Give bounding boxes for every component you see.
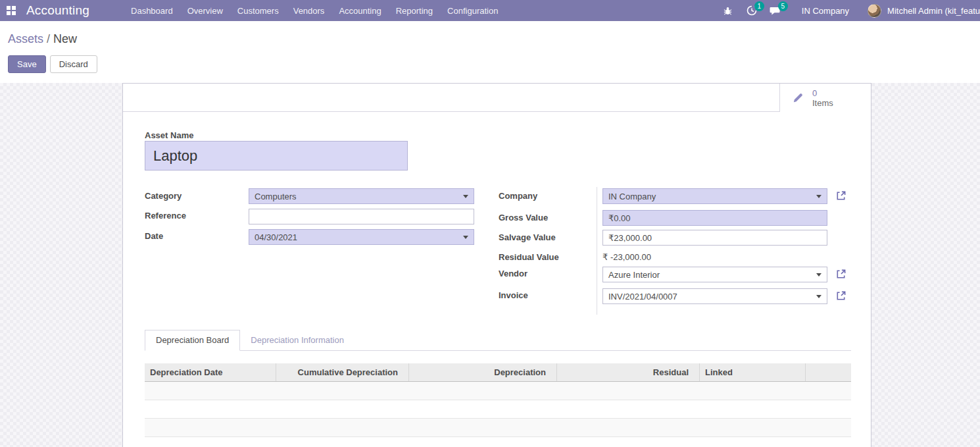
breadcrumb-separator: /: [47, 32, 50, 45]
form-view-background: 0 Items Asset Name Category Computers Re…: [0, 83, 980, 447]
menu-reporting[interactable]: Reporting: [389, 0, 440, 21]
chevron-down-icon: [816, 295, 821, 298]
chevron-down-icon: [463, 195, 468, 198]
status-band: [123, 84, 871, 112]
col-linked[interactable]: Linked: [700, 363, 806, 381]
col-depreciation[interactable]: Depreciation: [409, 363, 557, 381]
apps-menu-button[interactable]: [1, 0, 21, 21]
company-value: IN Company: [608, 192, 656, 201]
message-badge: 5: [778, 1, 788, 11]
user-menu[interactable]: Mitchell Admin (kit_featu: [887, 6, 980, 16]
vendor-label: Vendor: [499, 269, 527, 278]
menu-dashboard[interactable]: Dashboard: [124, 0, 180, 21]
vendor-value: Azure Interior: [608, 270, 660, 280]
invoice-external-link-icon[interactable]: [835, 290, 846, 302]
invoice-value: INV/2021/04/0007: [608, 292, 677, 302]
control-panel: Assets/New Save Discard: [0, 21, 980, 83]
activity-badge: 1: [754, 1, 764, 11]
bug-icon: [723, 6, 733, 16]
systray: 1 5 IN Company Mitchell Admin (kit_featu: [716, 0, 980, 21]
asset-name-input[interactable]: [145, 141, 408, 171]
action-buttons: Save Discard: [8, 55, 980, 73]
save-button[interactable]: Save: [8, 55, 46, 73]
company-label: Company: [499, 191, 537, 201]
gross-value-input[interactable]: [602, 210, 827, 226]
date-value: 04/30/2021: [255, 232, 297, 242]
date-label: Date: [145, 231, 163, 241]
chevron-down-icon: [816, 195, 821, 198]
category-select[interactable]: Computers: [249, 188, 474, 204]
company-select[interactable]: IN Company: [602, 188, 827, 204]
category-value: Computers: [255, 192, 297, 201]
asset-name-label: Asset Name: [145, 130, 193, 140]
main-menu: Dashboard Overview Customers Vendors Acc…: [124, 0, 505, 21]
activities-button[interactable]: 1: [743, 0, 760, 21]
tab-depreciation-board[interactable]: Depreciation Board: [145, 330, 240, 351]
company-external-link-icon[interactable]: [835, 190, 846, 201]
stat-count: 0: [812, 88, 833, 98]
col-cumulative-depreciation[interactable]: Cumulative Depreciation: [276, 363, 409, 381]
stat-text: 0 Items: [812, 88, 833, 108]
pencil-icon: [792, 92, 804, 104]
vendor-external-link-icon[interactable]: [835, 269, 846, 280]
table-row: [145, 419, 851, 437]
reference-input[interactable]: [249, 209, 474, 224]
stat-label: Items: [812, 98, 833, 108]
menu-vendors[interactable]: Vendors: [286, 0, 332, 21]
items-stat-button[interactable]: 0 Items: [779, 84, 871, 112]
date-select[interactable]: 04/30/2021: [249, 229, 474, 245]
discard-button[interactable]: Discard: [50, 55, 97, 73]
tab-depreciation-information[interactable]: Depreciation Information: [240, 330, 355, 350]
table-row: [145, 437, 851, 447]
depreciation-table: Depreciation Date Cumulative Depreciatio…: [145, 363, 851, 447]
menu-accounting[interactable]: Accounting: [331, 0, 388, 21]
table-row: [145, 400, 851, 419]
salvage-value-label: Salvage Value: [499, 232, 556, 242]
category-label: Category: [145, 191, 182, 201]
menu-customers[interactable]: Customers: [230, 0, 286, 21]
chevron-down-icon: [463, 236, 468, 239]
messages-button[interactable]: 5: [767, 0, 784, 21]
chevron-down-icon: [816, 273, 821, 276]
residual-value-label: Residual Value: [499, 252, 559, 262]
top-navbar: Accounting Dashboard Overview Customers …: [0, 0, 980, 21]
company-switcher[interactable]: IN Company: [787, 6, 860, 16]
form-sheet: 0 Items Asset Name Category Computers Re…: [122, 83, 871, 447]
app-title: Accounting: [26, 3, 89, 18]
table-header-row: Depreciation Date Cumulative Depreciatio…: [145, 363, 851, 382]
reference-label: Reference: [145, 211, 186, 221]
table-row: [145, 382, 851, 400]
salvage-value-input[interactable]: [602, 230, 827, 246]
invoice-label: Invoice: [499, 290, 528, 300]
breadcrumb-current: New: [53, 32, 77, 45]
notebook-tabs: Depreciation Board Depreciation Informat…: [145, 332, 851, 351]
col-depreciation-date[interactable]: Depreciation Date: [145, 363, 276, 381]
debug-bug-icon[interactable]: [720, 0, 737, 21]
invoice-select[interactable]: INV/2021/04/0007: [602, 288, 827, 304]
col-extra: [806, 363, 851, 381]
apps-grid-icon: [7, 6, 16, 15]
group-separator: [597, 187, 597, 315]
col-residual[interactable]: Residual: [557, 363, 700, 381]
breadcrumb: Assets/New: [8, 32, 980, 46]
menu-overview[interactable]: Overview: [180, 0, 230, 21]
breadcrumb-assets-link[interactable]: Assets: [8, 32, 43, 45]
vendor-select[interactable]: Azure Interior: [602, 267, 827, 282]
menu-configuration[interactable]: Configuration: [440, 0, 505, 21]
gross-value-label: Gross Value: [499, 213, 548, 223]
user-avatar[interactable]: [868, 4, 881, 18]
residual-value-text: ₹ -23,000.00: [602, 252, 651, 262]
